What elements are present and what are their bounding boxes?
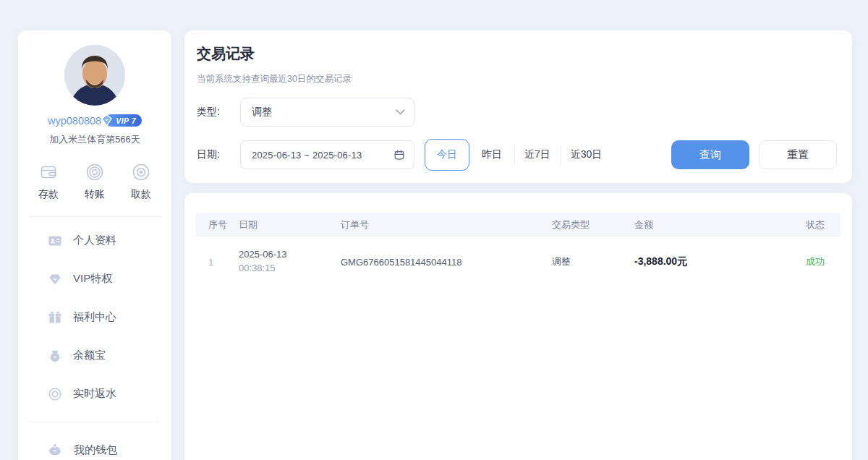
transfer-icon bbox=[85, 162, 105, 182]
date-quick-ranges: 今日 昨日 近7日 近30日 bbox=[425, 139, 612, 171]
filter-panel: 交易记录 当前系统支持查询最近30日的交易记录 类型: 调整 日期: 2025-… bbox=[184, 30, 852, 183]
user-row: wyp080808 VIP 7 bbox=[18, 114, 171, 127]
range-today-button[interactable]: 今日 bbox=[425, 139, 469, 171]
type-filter-row: 类型: 调整 bbox=[197, 98, 838, 127]
table-row: 1 2025-06-13 00:38:15 GMG676605158144504… bbox=[196, 239, 841, 285]
sidebar-item-vip[interactable]: VIP特权 bbox=[18, 260, 171, 298]
deposit-button[interactable]: 存款 bbox=[38, 162, 59, 201]
chevron-down-icon bbox=[396, 109, 405, 115]
type-select[interactable]: 调整 bbox=[240, 98, 414, 127]
sidebar: wyp080808 VIP 7 加入米兰体育第566天 存款 bbox=[18, 30, 171, 460]
cell-date: 2025-06-13 00:38:15 bbox=[239, 248, 341, 276]
cell-status: 成功 bbox=[806, 255, 841, 268]
col-header-order: 订单号 bbox=[341, 218, 552, 231]
sidebar-item-label: 实时返水 bbox=[73, 387, 116, 401]
cell-date-time: 00:38:15 bbox=[239, 263, 276, 273]
reset-button[interactable]: 重置 bbox=[759, 140, 837, 169]
range-30days-button[interactable]: 近30日 bbox=[561, 139, 613, 171]
range-label: 昨日 bbox=[482, 148, 502, 161]
range-7days-button[interactable]: 近7日 bbox=[514, 139, 561, 171]
range-label: 近30日 bbox=[571, 148, 603, 161]
cell-amount: -3,888.00元 bbox=[634, 255, 806, 268]
vip-badge-label: VIP 7 bbox=[116, 116, 136, 125]
range-yesterday-button[interactable]: 昨日 bbox=[469, 139, 514, 171]
withdraw-label: 取款 bbox=[131, 188, 151, 201]
sidebar-item-label: VIP特权 bbox=[73, 272, 112, 286]
diamond-icon bbox=[100, 114, 114, 127]
col-header-date: 日期 bbox=[239, 218, 341, 231]
sidebar-item-wallet[interactable]: 我的钱包 bbox=[18, 427, 171, 460]
sidebar-item-label: 福利中心 bbox=[73, 310, 116, 324]
date-range-input[interactable]: 2025-06-13 ~ 2025-06-13 bbox=[240, 140, 414, 169]
sidebar-menu: 个人资料 VIP特权 福利中心 余额宝 bbox=[18, 217, 171, 417]
page-title: 交易记录 bbox=[197, 44, 838, 64]
range-label: 近7日 bbox=[524, 148, 550, 161]
table-header-row: 序号 日期 订单号 交易类型 金额 状态 bbox=[196, 213, 841, 237]
date-range-value: 2025-06-13 ~ 2025-06-13 bbox=[252, 150, 393, 161]
range-label: 今日 bbox=[437, 148, 457, 161]
type-select-value: 调整 bbox=[252, 106, 396, 119]
query-button[interactable]: 查询 bbox=[671, 140, 749, 169]
date-filter-row: 日期: 2025-06-13 ~ 2025-06-13 今日 昨日 近7日 近3… bbox=[197, 139, 838, 171]
gem-icon bbox=[48, 272, 62, 286]
quick-actions: 存款 转账 取款 bbox=[18, 162, 171, 201]
sidebar-menu-bottom: 我的钱包 bbox=[18, 422, 171, 460]
cell-transaction-type: 调整 bbox=[552, 255, 634, 268]
cell-order-number: GMG6766051581445044118 bbox=[341, 257, 552, 268]
money-pot-icon bbox=[48, 349, 62, 363]
sidebar-item-welfare[interactable]: 福利中心 bbox=[18, 298, 171, 336]
cell-date-day: 2025-06-13 bbox=[239, 249, 287, 260]
col-header-no: 序号 bbox=[196, 218, 239, 231]
cell-no: 1 bbox=[196, 257, 239, 268]
sidebar-item-label: 余额宝 bbox=[73, 349, 106, 362]
gift-icon bbox=[48, 310, 62, 325]
transactions-panel: 序号 日期 订单号 交易类型 金额 状态 1 2025-06-13 00:38:… bbox=[184, 193, 852, 460]
deposit-label: 存款 bbox=[38, 188, 59, 201]
withdraw-icon bbox=[131, 162, 151, 182]
sidebar-item-rebate[interactable]: 实时返水 bbox=[18, 375, 171, 413]
wallet-icon bbox=[38, 162, 59, 182]
vip-badge: VIP 7 bbox=[105, 114, 142, 127]
piggy-bank-icon bbox=[48, 443, 63, 457]
joined-days-text: 加入米兰体育第566天 bbox=[18, 133, 171, 146]
transfer-button[interactable]: 转账 bbox=[85, 162, 105, 201]
withdraw-button[interactable]: 取款 bbox=[131, 162, 151, 201]
rebate-icon bbox=[48, 387, 62, 401]
transfer-label: 转账 bbox=[85, 188, 105, 201]
id-card-icon bbox=[48, 234, 62, 248]
username: wyp080808 bbox=[48, 115, 101, 127]
type-label: 类型: bbox=[197, 106, 229, 119]
page-subtitle: 当前系统支持查询最近30日的交易记录 bbox=[197, 73, 838, 85]
avatar-image bbox=[64, 45, 125, 106]
sidebar-item-label: 个人资料 bbox=[73, 234, 116, 247]
sidebar-item-yuebao[interactable]: 余额宝 bbox=[18, 336, 171, 375]
date-label: 日期: bbox=[197, 148, 229, 161]
sidebar-item-label: 我的钱包 bbox=[74, 443, 117, 457]
avatar[interactable] bbox=[64, 45, 125, 106]
col-header-amount: 金额 bbox=[634, 218, 806, 231]
col-header-status: 状态 bbox=[806, 218, 841, 231]
sidebar-item-profile[interactable]: 个人资料 bbox=[18, 221, 171, 260]
calendar-icon bbox=[393, 149, 405, 161]
col-header-type: 交易类型 bbox=[552, 218, 634, 231]
